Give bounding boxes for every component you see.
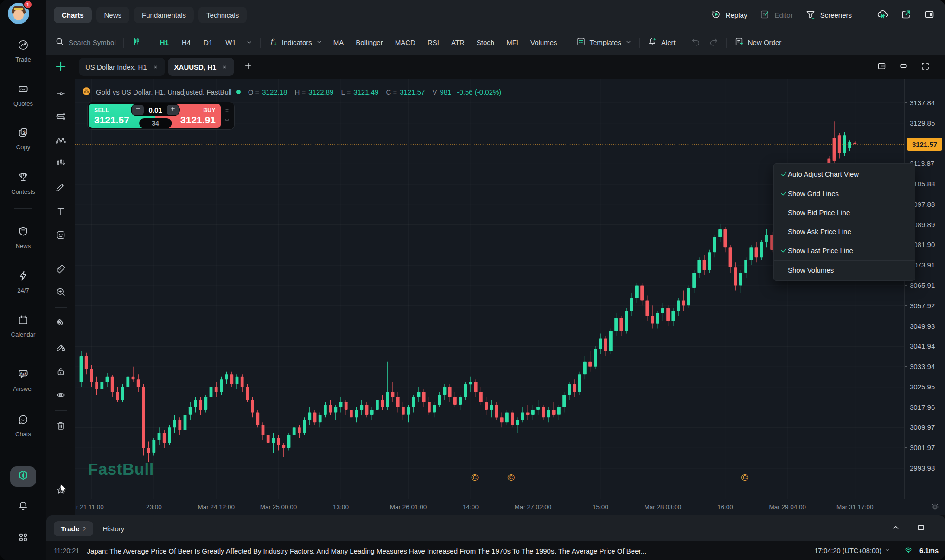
share-button[interactable]: [900, 9, 912, 21]
indicator-macd[interactable]: MACD: [392, 36, 419, 49]
chart-area[interactable]: Gold vs US Dollar, H1, Unadjusted, FastB…: [75, 79, 945, 515]
menu-item-show-last-price-line[interactable]: Show Last Price Line: [774, 241, 915, 260]
chevron-down-icon[interactable]: [223, 117, 230, 126]
chart-type-button[interactable]: [131, 37, 141, 48]
sidebar-item-charts-active[interactable]: [10, 466, 36, 487]
menu-item-show-ask-price-line[interactable]: Show Ask Price Line: [774, 222, 915, 241]
indicator-mfi[interactable]: MFI: [503, 36, 522, 49]
tool-sticker[interactable]: [55, 229, 67, 241]
replay-button[interactable]: Replay: [710, 9, 747, 21]
sidebar-item-answer[interactable]: AskAnswer: [0, 368, 46, 392]
menu-item-auto-adjust-chart-view[interactable]: Auto Adjust Chart View: [774, 165, 915, 184]
news-ticker-headline[interactable]: Japan: The Average Price Of Beer Is Grea…: [87, 547, 807, 555]
tool-ruler[interactable]: [55, 263, 67, 275]
chart-tab-xauusd[interactable]: XAUUSD, H1: [168, 58, 235, 76]
calendar-event-marker[interactable]: ©: [471, 472, 478, 483]
tool-lock[interactable]: [55, 365, 67, 377]
tool-text[interactable]: [55, 205, 67, 217]
time-axis[interactable]: r 21 11:0023:00Mar 24 12:00Mar 25 00:001…: [75, 499, 945, 515]
indicators-button[interactable]: ƒ+Indicators: [268, 37, 323, 48]
maximize-icon[interactable]: [916, 523, 926, 534]
sidebar-item-trade[interactable]: Trade: [0, 39, 46, 63]
server-clock[interactable]: 17:04:20 (UTC+08:00): [814, 547, 890, 554]
volume-decrease-button[interactable]: [132, 105, 144, 115]
indicator-bollinger[interactable]: Bollinger: [352, 36, 386, 49]
panel-toggle-button[interactable]: [924, 9, 935, 21]
chevron-down-icon[interactable]: [246, 39, 253, 46]
alert-button[interactable]: Alert: [647, 37, 676, 48]
chevron-up-icon[interactable]: [891, 523, 900, 534]
volume-increase-button[interactable]: [167, 105, 179, 115]
timeframe-d1[interactable]: D1: [200, 36, 216, 49]
sidebar-item-chats[interactable]: Chats: [0, 414, 46, 438]
timeframe-h1[interactable]: H1: [157, 36, 172, 49]
timeframe-h4[interactable]: H4: [179, 36, 194, 49]
fullscreen-icon[interactable]: [920, 61, 930, 73]
chart-settings-gear-button[interactable]: [931, 503, 939, 513]
tool-horizontal-lines[interactable]: [55, 110, 67, 122]
undo-button[interactable]: [691, 37, 701, 48]
indicator-stoch[interactable]: Stoch: [473, 36, 498, 49]
sidebar-item-live247[interactable]: 24/7: [0, 270, 46, 294]
nav-tab-news[interactable]: News: [96, 7, 130, 23]
nav-tab-fundamentals[interactable]: Fundamentals: [134, 7, 194, 23]
pattern-icon: [55, 135, 66, 146]
toolbar-divider: [149, 38, 149, 48]
minimize-icon[interactable]: [899, 61, 908, 73]
tool-trash[interactable]: [55, 420, 67, 432]
screeners-button[interactable]: Screeners: [805, 9, 852, 21]
tool-zoom-in[interactable]: [55, 286, 67, 298]
volume-value[interactable]: 0.01: [145, 106, 166, 114]
bottom-tab-trade[interactable]: Trade2: [54, 521, 93, 536]
cloud-sync-button[interactable]: [876, 8, 888, 22]
sidebar-item-contests[interactable]: Contests: [0, 171, 46, 195]
indicator-rsi[interactable]: RSI: [424, 36, 442, 49]
apps-menu-button[interactable]: [17, 531, 29, 545]
menu-item-show-volumes[interactable]: Show Volumes: [774, 261, 915, 280]
menu-item-show-bid-price-line[interactable]: Show Bid Price Line: [774, 203, 915, 222]
sidebar-item-calendar[interactable]: Calendar: [0, 314, 46, 338]
tool-eye[interactable]: [55, 389, 67, 401]
sidebar-item-news[interactable]: News: [0, 225, 46, 249]
indicator-atr[interactable]: ATR: [448, 36, 468, 49]
content-region: US Dollar Index, H1XAUUSD, H1 Gold vs US…: [46, 55, 945, 515]
bottom-tab-history[interactable]: History: [96, 521, 132, 536]
new-order-button[interactable]: New Order: [734, 37, 782, 48]
symbol-search-button[interactable]: Search Symbol: [55, 37, 116, 48]
add-chart-tab-button[interactable]: [243, 61, 253, 72]
templates-button[interactable]: Templates: [576, 37, 632, 48]
calendar-event-marker[interactable]: ©: [741, 472, 748, 483]
tool-star[interactable]: [55, 484, 67, 496]
indicator-volumes[interactable]: Volumes: [527, 36, 561, 49]
tool-brush[interactable]: [55, 181, 67, 193]
notifications-bell-button[interactable]: [17, 500, 29, 514]
tool-forecast[interactable]: [55, 157, 67, 169]
tool-crosshair-plus[interactable]: [55, 60, 67, 72]
drag-handle-icon[interactable]: [223, 106, 230, 115]
calendar-event-marker[interactable]: ©: [508, 472, 515, 483]
nav-tab-technicals[interactable]: Technicals: [198, 7, 247, 23]
menu-item-show-grid-lines[interactable]: Show Grid Lines: [774, 184, 915, 203]
quotes-icon: [17, 83, 29, 97]
indicator-ma[interactable]: MA: [330, 36, 347, 49]
fastbull-trading-app: 1 TradeQuotes$CopyContestsNews24/7Calend…: [0, 0, 945, 560]
close-icon[interactable]: [222, 64, 228, 70]
editor-button[interactable]: Editor: [759, 9, 792, 21]
close-icon[interactable]: [153, 64, 159, 70]
chart-tab-us-dollar-index[interactable]: US Dollar Index, H1: [79, 58, 165, 76]
time-tick: r 21 11:00: [76, 503, 104, 510]
sidebar-item-copy[interactable]: $Copy: [0, 127, 46, 151]
tool-magnet[interactable]: [55, 317, 67, 329]
tool-trend-line[interactable]: [55, 88, 67, 100]
toolbar-divider: [260, 38, 261, 48]
sidebar-item-quotes[interactable]: Quotes: [0, 83, 46, 107]
timeframe-w1[interactable]: W1: [222, 36, 239, 49]
nav-tab-charts[interactable]: Charts: [54, 7, 92, 23]
redo-button[interactable]: [709, 37, 719, 48]
layout-grid-icon[interactable]: [877, 61, 887, 73]
tool-draw-lock[interactable]: [55, 341, 67, 353]
forecast-icon: [55, 158, 66, 169]
text-icon: [55, 206, 66, 217]
toolbar-divider: [683, 38, 683, 48]
tool-pattern[interactable]: [55, 134, 67, 146]
